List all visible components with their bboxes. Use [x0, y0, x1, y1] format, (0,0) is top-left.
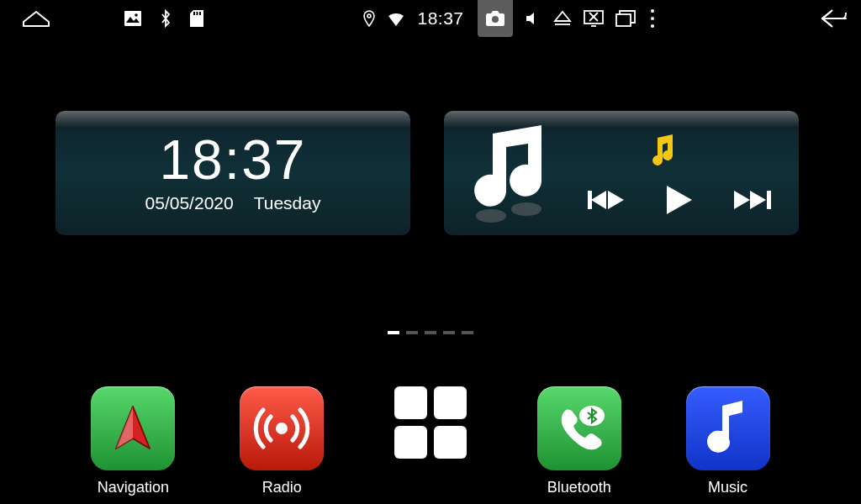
page-indicator	[388, 331, 473, 334]
svg-marker-21	[750, 191, 766, 209]
next-track-button[interactable]	[728, 181, 777, 218]
clock-widget[interactable]: 18:37 05/05/2020 Tuesday	[55, 111, 410, 235]
clock-date: 05/05/2020	[145, 193, 234, 213]
location-icon	[363, 10, 375, 27]
clock-time: 18:37	[159, 128, 306, 192]
svg-marker-24	[116, 407, 133, 449]
svg-point-6	[367, 14, 371, 18]
eject-icon[interactable]	[553, 10, 572, 27]
dock-label: Navigation	[98, 479, 169, 497]
svg-point-14	[476, 209, 506, 223]
dock-item-bluetooth[interactable]: Bluetooth	[529, 386, 630, 497]
svg-point-25	[276, 423, 288, 434]
svg-marker-18	[608, 191, 624, 209]
bluetooth-icon	[160, 9, 172, 28]
dock-item-music[interactable]: Music	[678, 386, 779, 497]
dock-item-navigation[interactable]: Navigation	[82, 386, 183, 497]
image-icon	[124, 11, 141, 26]
home-icon[interactable]	[22, 9, 50, 28]
volume-icon[interactable]	[525, 10, 541, 27]
music-note-icon	[647, 134, 676, 171]
play-button[interactable]	[655, 181, 704, 218]
svg-marker-19	[667, 186, 692, 214]
sdcard-icon	[190, 10, 203, 27]
navigation-icon	[91, 386, 175, 470]
status-bar: 18:37	[0, 0, 861, 37]
clock-weekday: Tuesday	[254, 193, 321, 213]
more-icon[interactable]	[647, 9, 658, 28]
svg-point-7	[492, 16, 499, 23]
camera-button[interactable]	[478, 0, 513, 37]
back-icon[interactable]	[817, 8, 848, 29]
dock-item-apps[interactable]	[380, 386, 481, 497]
svg-marker-17	[591, 191, 606, 209]
svg-point-27	[708, 433, 730, 452]
prev-track-button[interactable]	[582, 181, 631, 218]
dock-label: Bluetooth	[547, 479, 611, 497]
svg-rect-4	[197, 12, 198, 15]
app-dock: Navigation Radio Blu	[0, 386, 861, 497]
svg-marker-20	[734, 191, 750, 209]
svg-rect-5	[199, 12, 201, 15]
svg-rect-13	[616, 14, 631, 26]
svg-point-15	[511, 202, 541, 216]
bluetooth-phone-icon	[537, 386, 621, 470]
music-icon	[686, 386, 770, 470]
album-art-icon	[444, 111, 570, 235]
screen-off-icon[interactable]	[584, 10, 604, 27]
radio-icon	[240, 386, 324, 470]
svg-point-2	[135, 13, 138, 17]
svg-rect-0	[124, 11, 141, 26]
wifi-icon	[387, 11, 405, 26]
dock-item-radio[interactable]: Radio	[231, 386, 332, 497]
dock-label: Music	[708, 479, 747, 497]
svg-rect-22	[767, 191, 771, 209]
svg-rect-3	[193, 12, 195, 15]
recents-icon[interactable]	[615, 10, 636, 27]
statusbar-clock: 18:37	[417, 8, 463, 29]
apps-grid-icon	[394, 386, 467, 459]
music-widget[interactable]	[444, 111, 799, 235]
dock-label: Radio	[262, 479, 302, 497]
